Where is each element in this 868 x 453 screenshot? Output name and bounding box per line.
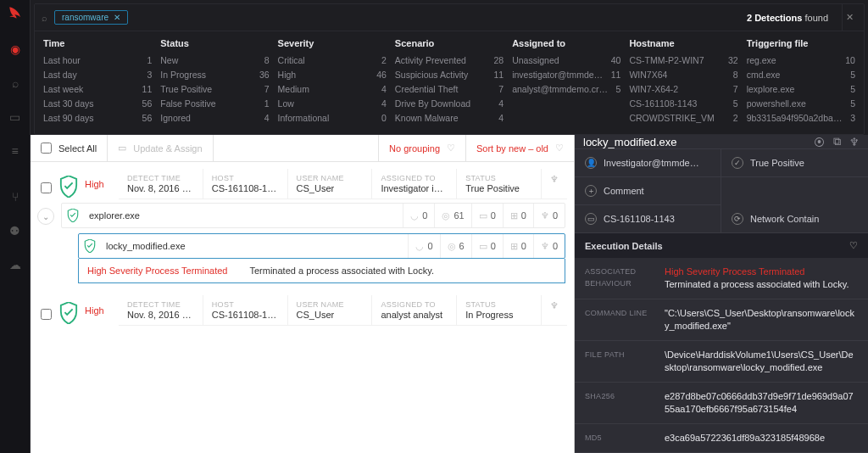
facet-row[interactable]: Last 30 days56 xyxy=(43,97,152,111)
facet-row[interactable]: Last hour1 xyxy=(43,53,152,68)
close-filter-icon[interactable]: ✕ xyxy=(842,4,857,31)
facet-row[interactable]: Unassigned40 xyxy=(512,53,620,68)
sort-select[interactable]: Sort by new – old♡ xyxy=(466,135,574,161)
collapse-icon[interactable]: ♡ xyxy=(849,240,858,251)
facet-row[interactable]: cmd.exe5 xyxy=(747,68,855,82)
facet-row[interactable]: WIN7X648 xyxy=(629,68,737,82)
copy-icon[interactable]: ⧉ xyxy=(833,135,841,148)
facet-row[interactable]: Known Malware4 xyxy=(395,111,504,126)
process-name: explorer.exe xyxy=(84,210,403,221)
facet-title: Time xyxy=(43,38,152,48)
host-action[interactable]: ▭CS-161108-1143 xyxy=(575,205,721,233)
facet-row[interactable]: Drive By Download4 xyxy=(395,97,504,111)
facet-row[interactable]: CS-TMM-P2-WIN732 xyxy=(629,53,737,68)
proc-stat: ♆0 xyxy=(533,233,565,259)
tree-icon[interactable]: ♆ xyxy=(849,136,860,148)
facet-row[interactable]: 9b3315a94f950a2dba…3 xyxy=(747,111,855,126)
facet-row[interactable]: CS-161108-11435 xyxy=(629,97,737,111)
severity-badge: High xyxy=(85,305,119,316)
facet-row[interactable]: High46 xyxy=(278,68,387,82)
facet-trigfile: Triggering filereg.exe10cmd.exe5lexplore… xyxy=(747,38,855,126)
select-all-checkbox[interactable] xyxy=(41,143,52,154)
facet-severity: SeverityCritical2High46Medium4Low4Inform… xyxy=(278,38,387,126)
facet-row[interactable]: powershell.exe5 xyxy=(747,97,855,111)
inspect-icon[interactable]: ⦿ xyxy=(814,136,825,148)
shield-mini-icon xyxy=(79,239,101,253)
select-all-button[interactable]: Select All xyxy=(31,135,108,161)
process-tree-icon[interactable]: ♆ xyxy=(542,169,567,199)
facet-row[interactable]: Medium4 xyxy=(278,82,387,97)
process-tree-icon[interactable]: ♆ xyxy=(542,295,567,325)
facet-time: TimeLast hour1Last day3Last week11Last 3… xyxy=(43,38,152,126)
facet-title: Triggering file xyxy=(747,38,855,48)
facet-row[interactable]: investigator@tmmde…11 xyxy=(512,68,620,82)
facet-row[interactable]: True Positive7 xyxy=(160,82,269,97)
facet-title: Severity xyxy=(278,38,387,48)
facet-row[interactable]: False Positive1 xyxy=(160,97,269,111)
facet-title: Hostname xyxy=(629,38,737,48)
update-assign-button[interactable]: ▭Update & Assign xyxy=(108,135,213,161)
facet-row[interactable]: New8 xyxy=(160,53,269,68)
expand-toggle[interactable]: ⌄ xyxy=(37,208,54,225)
proc-stat: ⊞0 xyxy=(503,233,533,259)
nav-users-icon[interactable]: ⚉ xyxy=(9,224,20,238)
network-contain-action[interactable]: ⟳Network Contain xyxy=(721,205,868,233)
md5: e3ca69a5722361df89a323185f48968e xyxy=(665,432,858,445)
process-row[interactable]: locky_modified.exe◡0◎6▭0⊞0♆0 xyxy=(78,233,565,259)
nav-search-icon[interactable]: ⌕ xyxy=(12,76,19,90)
app-logo-icon xyxy=(8,5,23,22)
facet-row[interactable]: CROWDSTRIKE_VM2 xyxy=(629,111,737,126)
facet-title: Assigned to xyxy=(512,38,620,48)
execution-details-header: Execution Details♡ xyxy=(575,233,868,258)
facet-row[interactable]: reg.exe10 xyxy=(747,53,855,68)
search-chip[interactable]: ransomware ✕ xyxy=(54,10,128,25)
chip-remove-icon[interactable]: ✕ xyxy=(114,13,120,22)
facet-row[interactable]: In Progress36 xyxy=(160,68,269,82)
facet-title: Status xyxy=(160,38,269,48)
facet-row[interactable]: Last week11 xyxy=(43,82,152,97)
facet-row[interactable]: Informational0 xyxy=(278,111,387,126)
detection-checkbox[interactable] xyxy=(41,182,52,193)
facet-hostname: HostnameCS-TMM-P2-WIN732WIN7X648WIN7-X64… xyxy=(629,38,737,126)
verdict-action[interactable]: ✓True Positive xyxy=(721,149,868,177)
proc-stat: ◡0 xyxy=(408,233,439,259)
search-bar: ⌕ ransomware ✕ 2 Detections found ✕ xyxy=(35,4,864,31)
facet-row[interactable]: Critical2 xyxy=(278,53,387,68)
nav-filters-icon[interactable]: ≡ xyxy=(11,144,18,158)
list-toolbar: Select All ▭Update & Assign No grouping♡… xyxy=(31,135,574,162)
nav-branch-icon[interactable]: ⑂ xyxy=(12,190,19,204)
facet-row[interactable]: Credential Theft7 xyxy=(395,82,504,97)
filter-panel: ⌕ ransomware ✕ 2 Detections found ✕ Time… xyxy=(34,3,865,135)
facet-row[interactable]: Suspicious Activity11 xyxy=(395,68,504,82)
facet-row[interactable]: lexplore.exe5 xyxy=(747,82,855,97)
grouping-select[interactable]: No grouping♡ xyxy=(379,135,466,161)
detection-card: HighDETECT TIMENov. 8, 2016 09:58:45HOST… xyxy=(31,162,574,199)
facet-row[interactable]: Last day3 xyxy=(43,68,152,82)
facet-row[interactable]: Ignored4 xyxy=(160,111,269,126)
facet-row[interactable]: Last 90 days56 xyxy=(43,111,152,126)
facet-row[interactable]: Low4 xyxy=(278,97,387,111)
shield-icon xyxy=(58,300,80,326)
facet-row[interactable]: WIN7-X64-27 xyxy=(629,82,737,97)
assignee-action[interactable]: 👤Investigator@tmmde… xyxy=(575,149,721,177)
facet-assigned: Assigned toUnassigned40investigator@tmmd… xyxy=(512,38,620,126)
nav-cloud-icon[interactable]: ☁ xyxy=(9,258,21,271)
proc-stat: ♆0 xyxy=(533,203,565,228)
shield-icon xyxy=(58,174,80,199)
facet-row[interactable]: analyst@tmmdemo.cr…5 xyxy=(512,82,620,97)
comment-action[interactable]: ＋Comment xyxy=(575,177,721,205)
assoc-desc: Terminated a process associated with Loc… xyxy=(665,279,849,289)
facet-title: Scenario xyxy=(395,38,504,48)
facet-scenario: ScenarioActivity Prevented28Suspicious A… xyxy=(395,38,504,126)
side-rail: ◉ ⌕ ▭ ≡ ⑂ ⚉ ☁ xyxy=(0,0,31,453)
nav-monitor-icon[interactable]: ▭ xyxy=(9,110,20,124)
detection-checkbox[interactable] xyxy=(41,309,52,320)
process-alert: High Severity Process TerminatedTerminat… xyxy=(78,259,565,283)
process-name: locky_modified.exe xyxy=(101,241,408,251)
facet-row[interactable]: Activity Prevented28 xyxy=(395,53,504,68)
proc-stat: ⊞0 xyxy=(503,203,533,228)
process-row[interactable]: explorer.exe◡0◎61▭0⊞0♆0 xyxy=(61,203,565,228)
assoc-title: High Severity Process Terminated xyxy=(665,266,804,277)
detail-title: locky_modified.exe xyxy=(583,136,677,148)
nav-activity-icon[interactable]: ◉ xyxy=(10,42,20,56)
